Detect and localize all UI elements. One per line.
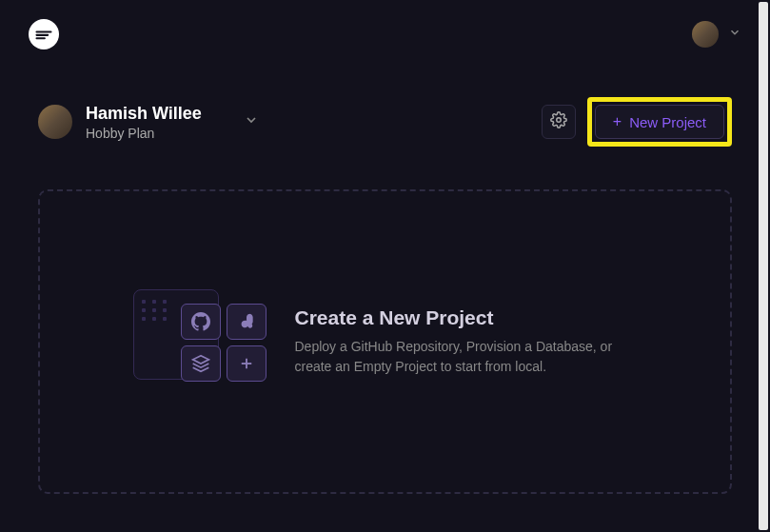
database-icon bbox=[227, 304, 267, 340]
plus-box-icon bbox=[227, 345, 267, 382]
layers-icon bbox=[181, 345, 221, 382]
empty-title: Create a New Project bbox=[295, 306, 638, 329]
plus-icon: + bbox=[613, 113, 622, 130]
scrollbar[interactable] bbox=[759, 2, 768, 530]
user-avatar[interactable] bbox=[692, 21, 719, 48]
empty-illustration bbox=[133, 289, 267, 394]
account-chevron-icon[interactable] bbox=[244, 112, 259, 131]
gear-icon bbox=[550, 111, 567, 132]
account-name: Hamish Willee bbox=[86, 104, 202, 124]
chevron-down-icon[interactable] bbox=[728, 26, 741, 43]
new-project-highlight: + New Project bbox=[587, 97, 732, 147]
app-logo[interactable] bbox=[29, 19, 59, 49]
new-project-label: New Project bbox=[629, 114, 706, 130]
empty-state-panel: Create a New Project Deploy a GitHub Rep… bbox=[38, 189, 732, 494]
account-plan: Hobby Plan bbox=[86, 126, 202, 141]
new-project-button[interactable]: + New Project bbox=[595, 105, 724, 139]
account-avatar bbox=[38, 105, 72, 139]
svg-point-0 bbox=[557, 118, 562, 123]
svg-marker-1 bbox=[192, 356, 208, 364]
empty-description: Deploy a GitHub Repository, Provision a … bbox=[295, 337, 638, 377]
github-icon bbox=[181, 304, 221, 340]
settings-button[interactable] bbox=[542, 105, 576, 139]
